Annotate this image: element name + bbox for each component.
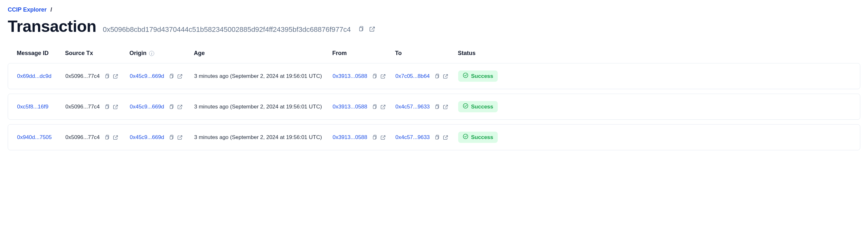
external-link-icon[interactable] [368, 25, 376, 33]
external-link-icon[interactable] [442, 104, 448, 110]
check-circle-icon [463, 103, 468, 110]
external-link-icon[interactable] [442, 73, 448, 79]
copy-icon[interactable] [434, 104, 440, 110]
copy-icon[interactable] [168, 73, 175, 79]
copy-icon[interactable] [104, 134, 110, 141]
message-id-cell: 0x940d...7505 [17, 134, 65, 141]
from[interactable]: 0x3913...0588 [333, 104, 367, 110]
copy-icon[interactable] [357, 25, 365, 33]
from-icons [371, 104, 386, 110]
to-cell: 0x7c05...8b64 [395, 73, 458, 79]
from-icons [371, 134, 386, 141]
status-badge: Success [458, 70, 498, 82]
age-cell: 3 minutes ago (September 2, 2024 at 19:5… [194, 73, 333, 79]
message-id[interactable]: 0x940d...7505 [17, 134, 52, 141]
table-row: 0x69dd...dc9d0x5096...77c40x45c9...669d3… [8, 63, 860, 89]
external-link-icon[interactable] [112, 73, 119, 79]
copy-icon[interactable] [371, 104, 378, 110]
column-status: Status [458, 50, 503, 57]
external-link-icon[interactable] [112, 104, 119, 110]
age-cell: 3 minutes ago (September 2, 2024 at 19:5… [194, 134, 333, 141]
source-tx: 0x5096...77c4 [65, 134, 100, 141]
copy-icon[interactable] [434, 73, 440, 79]
copy-icon[interactable] [434, 134, 440, 141]
external-link-icon[interactable] [380, 104, 386, 110]
status-badge: Success [458, 101, 498, 112]
column-to: To [395, 50, 458, 57]
age-cell: 3 minutes ago (September 2, 2024 at 19:5… [194, 104, 333, 110]
external-link-icon[interactable] [442, 134, 448, 141]
source-tx-icons [104, 134, 119, 141]
from-cell: 0x3913...0588 [333, 134, 395, 141]
message-id-cell: 0xc5f8...16f9 [17, 104, 65, 110]
status-cell: Success [458, 70, 503, 82]
source-tx: 0x5096...77c4 [65, 104, 100, 110]
check-circle-icon [463, 134, 468, 141]
source-tx-cell: 0x5096...77c4 [65, 73, 130, 79]
to-cell: 0x4c57...9633 [395, 104, 458, 110]
from-icons [371, 73, 386, 79]
status-badge: Success [458, 132, 498, 143]
page-title: Transaction [8, 17, 96, 36]
messages-table: Message ID Source Tx Origin i Age From T… [8, 50, 860, 150]
source-tx-cell: 0x5096...77c4 [65, 104, 130, 110]
source-tx-icons [104, 73, 119, 79]
origin-cell: 0x45c9...669d [130, 73, 194, 79]
origin[interactable]: 0x45c9...669d [130, 134, 164, 141]
status-text: Success [471, 104, 493, 110]
origin-icons [168, 104, 183, 110]
status-text: Success [471, 134, 493, 141]
to[interactable]: 0x7c05...8b64 [395, 73, 430, 79]
table-row: 0x940d...75050x5096...77c40x45c9...669d3… [8, 124, 860, 150]
table-row: 0xc5f8...16f90x5096...77c40x45c9...669d3… [8, 94, 860, 120]
info-icon[interactable]: i [149, 51, 154, 56]
to-icons [434, 134, 448, 141]
transaction-hash: 0x5096b8cbd179d4370444c51b582345002885d9… [103, 26, 351, 34]
origin-cell: 0x45c9...669d [130, 134, 194, 141]
external-link-icon[interactable] [177, 104, 183, 110]
column-from: From [332, 50, 395, 57]
to-icons [434, 104, 448, 110]
to-icons [434, 73, 448, 79]
column-origin: Origin i [129, 50, 194, 57]
copy-icon[interactable] [104, 73, 110, 79]
from[interactable]: 0x3913...0588 [333, 73, 367, 79]
check-circle-icon [463, 72, 468, 80]
breadcrumb-separator: / [51, 6, 52, 13]
message-id[interactable]: 0x69dd...dc9d [17, 73, 52, 79]
from-cell: 0x3913...0588 [333, 104, 395, 110]
column-origin-label: Origin [129, 50, 147, 57]
column-message-id: Message ID [17, 50, 65, 57]
external-link-icon[interactable] [177, 134, 183, 141]
from-cell: 0x3913...0588 [333, 73, 395, 79]
age: 3 minutes ago (September 2, 2024 at 19:5… [194, 73, 322, 79]
origin-icons [168, 73, 183, 79]
status-cell: Success [458, 101, 503, 112]
to[interactable]: 0x4c57...9633 [395, 134, 430, 141]
message-id[interactable]: 0xc5f8...16f9 [17, 104, 48, 110]
external-link-icon[interactable] [380, 134, 386, 141]
copy-icon[interactable] [371, 134, 378, 141]
source-tx-icons [104, 104, 119, 110]
from[interactable]: 0x3913...0588 [333, 134, 367, 141]
origin-icons [168, 134, 183, 141]
breadcrumb: CCIP Explorer / [8, 6, 860, 13]
origin[interactable]: 0x45c9...669d [130, 104, 164, 110]
copy-icon[interactable] [104, 104, 110, 110]
column-age: Age [194, 50, 332, 57]
copy-icon[interactable] [168, 134, 175, 141]
copy-icon[interactable] [371, 73, 378, 79]
external-link-icon[interactable] [112, 134, 119, 141]
table-header: Message ID Source Tx Origin i Age From T… [8, 50, 860, 63]
external-link-icon[interactable] [177, 73, 183, 79]
copy-icon[interactable] [168, 104, 175, 110]
age: 3 minutes ago (September 2, 2024 at 19:5… [194, 104, 322, 110]
breadcrumb-root-link[interactable]: CCIP Explorer [8, 6, 47, 13]
message-id-cell: 0x69dd...dc9d [17, 73, 65, 79]
status-text: Success [471, 73, 493, 79]
to[interactable]: 0x4c57...9633 [395, 104, 430, 110]
external-link-icon[interactable] [380, 73, 386, 79]
source-tx-cell: 0x5096...77c4 [65, 134, 130, 141]
to-cell: 0x4c57...9633 [395, 134, 458, 141]
origin[interactable]: 0x45c9...669d [130, 73, 164, 79]
